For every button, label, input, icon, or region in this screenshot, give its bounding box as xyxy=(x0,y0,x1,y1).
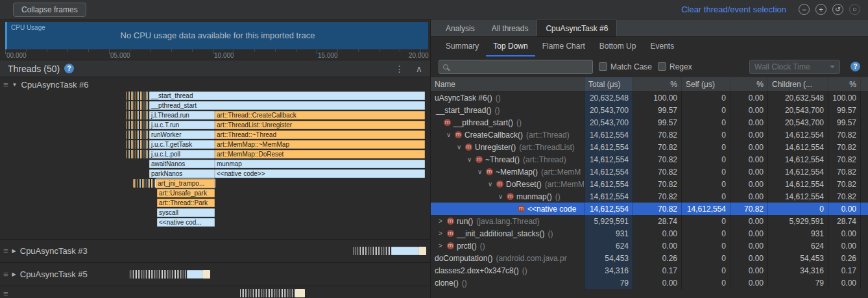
tree-expander-icon[interactable]: ∨ xyxy=(498,193,507,200)
thread-activity-track[interactable] xyxy=(97,286,428,298)
flame-bar[interactable]: art::Thread::~Thread xyxy=(215,130,425,139)
table-row[interactable]: classes2.dex+0x347c8()()34,3160.1700.003… xyxy=(431,264,868,277)
column-header[interactable]: % xyxy=(828,77,861,91)
flame-bar[interactable]: __pthread_start xyxy=(149,101,425,110)
tree-expander-icon[interactable]: ∨ xyxy=(457,143,465,151)
flame-bar[interactable] xyxy=(127,150,148,158)
thread-activity-track[interactable] xyxy=(97,240,428,262)
table-row[interactable]: __start_thread()()20,543,70099.5700.0020… xyxy=(431,104,868,116)
zoom-out-icon[interactable]: − xyxy=(799,4,810,15)
thread-label[interactable]: ≡▶CpuAsyncTask #5 xyxy=(0,263,97,286)
threads-help-icon[interactable]: ? xyxy=(64,64,74,73)
table-row[interactable]: >mrun()(java.lang.Thread)5,929,59128.740… xyxy=(431,215,868,227)
flame-bar[interactable] xyxy=(391,247,418,255)
tree-expander-icon[interactable]: > xyxy=(439,217,447,225)
thread-label[interactable]: ≡▶CpuAsyncTask #3 xyxy=(0,240,97,262)
tab-cpuasynctask-6[interactable]: CpuAsyncTask #6 xyxy=(536,19,617,36)
flame-bar[interactable] xyxy=(127,111,148,119)
flame-bar[interactable]: art::MemMap::DoReset xyxy=(215,150,425,158)
collapse-thread-icon[interactable]: ▼ xyxy=(12,82,18,88)
flame-bar[interactable] xyxy=(130,270,187,279)
table-row[interactable]: ∨mUnregister()(art::ThreadList)14,612,55… xyxy=(431,141,868,153)
table-row[interactable]: ∨mmunmap()()14,612,55470.8200.0014,612,5… xyxy=(431,190,868,203)
reset-zoom-icon[interactable]: ↺ xyxy=(832,4,843,15)
flame-bar[interactable] xyxy=(127,140,148,149)
flame-bar[interactable] xyxy=(295,289,305,297)
regex-checkbox[interactable] xyxy=(658,62,666,71)
thread-track[interactable]: ≡ xyxy=(0,286,430,298)
flame-bar[interactable]: parkNanos xyxy=(149,169,215,178)
table-row[interactable]: >mprctl()()6240.0000.006240.00 xyxy=(431,240,868,252)
flame-bar[interactable] xyxy=(202,270,210,279)
table-row[interactable]: clone()()790.0000.00790.00 xyxy=(431,277,868,289)
clear-selection-link[interactable]: Clear thread/event selection xyxy=(681,5,786,14)
table-row[interactable]: m__pthread_start()()20,543,70099.5700.00… xyxy=(431,116,868,129)
tree-expander-icon[interactable]: ∨ xyxy=(446,131,455,138)
collapse-panel-icon[interactable]: ∧ xyxy=(416,64,422,74)
kebab-menu-icon[interactable]: ⋮ xyxy=(395,64,404,74)
table-row[interactable]: doComputation()(android.com.java.pr54,45… xyxy=(431,252,868,264)
thread-track[interactable]: ≡▼CpuAsyncTask #6__start_thread__pthread… xyxy=(0,77,430,240)
flame-bar[interactable]: art::Thread::CreateCallback xyxy=(215,111,425,119)
table-row[interactable]: uAsyncTask #6()()20,632,548100.0000.0020… xyxy=(431,92,868,104)
flame-bar[interactable]: j.l.Thread.run xyxy=(149,111,215,119)
drag-handle-icon[interactable]: ≡ xyxy=(3,246,8,256)
flame-bar[interactable] xyxy=(187,270,202,279)
thread-label[interactable]: ≡ xyxy=(0,286,97,298)
flame-bar[interactable] xyxy=(127,101,148,110)
flame-bar[interactable]: art_jni_trampo... xyxy=(156,179,215,188)
flame-bar[interactable]: art::Thread::Park xyxy=(157,199,215,207)
expand-thread-icon[interactable]: ▶ xyxy=(12,248,16,254)
tree-expander-icon[interactable]: ∨ xyxy=(477,168,486,175)
thread-track[interactable]: ≡▶CpuAsyncTask #5 xyxy=(0,263,430,286)
flame-bar[interactable]: munmap xyxy=(215,160,425,168)
table-row[interactable]: ∨mDoReset()(art::MemM14,612,55470.8200.0… xyxy=(431,178,868,190)
thread-activity-track[interactable] xyxy=(97,263,428,286)
column-header[interactable]: % xyxy=(730,77,768,91)
flame-bar[interactable]: __start_thread xyxy=(149,92,425,100)
flame-bar[interactable] xyxy=(127,130,148,139)
table-row[interactable]: ∨mCreateCallback()(art::Thread)14,612,55… xyxy=(431,129,868,141)
drag-handle-icon[interactable]: ≡ xyxy=(3,289,8,298)
flame-bar[interactable] xyxy=(133,179,154,188)
thread-activity-track[interactable]: __start_thread__pthread_startj.l.Thread.… xyxy=(97,77,428,239)
flame-bar[interactable]: art::Unsafe_park xyxy=(157,189,215,197)
table-row[interactable]: ∨m~MemMap()(art::MemM14,612,55470.8200.0… xyxy=(431,166,868,178)
cpu-usage-track[interactable]: CPU Usage No CPU usage data available fo… xyxy=(5,22,428,49)
thread-track[interactable]: ≡▶CpuAsyncTask #3 xyxy=(0,240,430,263)
table-row[interactable]: >m__init_additional_stacks()()9310.0000.… xyxy=(431,227,868,240)
drag-handle-icon[interactable]: ≡ xyxy=(3,80,8,90)
drag-handle-icon[interactable]: ≡ xyxy=(3,269,8,279)
search-input[interactable] xyxy=(452,62,588,72)
flame-bar[interactable] xyxy=(127,92,148,100)
match-case-checkbox[interactable] xyxy=(599,62,607,71)
table-help-icon[interactable]: ? xyxy=(850,62,860,71)
subtab-summary[interactable]: Summary xyxy=(439,37,486,56)
flame-bar[interactable] xyxy=(354,247,391,255)
column-header[interactable]: Self (μs) xyxy=(682,77,730,91)
time-axis[interactable]: 00.00005.00010.00015.00020.000 xyxy=(5,49,428,60)
flame-bar[interactable]: j.u.c.L.poll xyxy=(149,150,215,158)
flame-bar[interactable] xyxy=(240,289,295,297)
collapse-frames-button[interactable]: Collapse frames xyxy=(13,3,86,17)
expand-thread-icon[interactable]: ▶ xyxy=(12,271,16,277)
column-header[interactable]: Total (μs) xyxy=(585,77,633,91)
flame-bar[interactable]: syscall xyxy=(157,208,215,217)
flame-bar[interactable] xyxy=(127,121,148,129)
table-row[interactable]: m<<native code14,612,55470.8214,612,5547… xyxy=(431,203,868,215)
subtab-bottom-up[interactable]: Bottom Up xyxy=(592,37,644,56)
column-header[interactable]: % xyxy=(633,77,682,91)
flame-bar[interactable]: j.u.c.T.getTask xyxy=(149,140,215,149)
flame-bar[interactable]: <<native cod... xyxy=(157,218,215,227)
tree-expander-icon[interactable]: ∨ xyxy=(488,180,496,188)
flame-bar[interactable]: <<native code>> xyxy=(215,169,425,178)
tab-all-threads[interactable]: All threads xyxy=(483,19,537,36)
search-field[interactable] xyxy=(439,60,593,74)
flame-bar[interactable]: runWorker xyxy=(149,130,215,139)
tree-expander-icon[interactable]: > xyxy=(439,242,447,249)
subtab-flame-chart[interactable]: Flame Chart xyxy=(535,37,592,56)
zoom-in-icon[interactable]: + xyxy=(815,4,826,15)
tab-analysis[interactable]: Analysis xyxy=(437,19,483,36)
tree-expander-icon[interactable]: ∨ xyxy=(467,156,476,163)
thread-label[interactable]: ≡▼CpuAsyncTask #6 xyxy=(0,77,97,92)
